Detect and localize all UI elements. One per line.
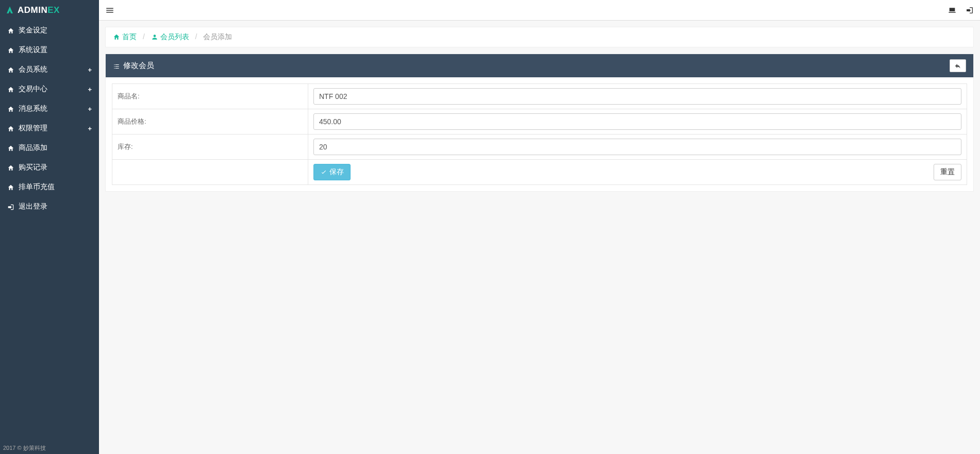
sidebar-item-label: 购买记录: [19, 163, 47, 172]
reply-icon: [954, 61, 961, 70]
sidebar-item-label: 消息系统: [19, 104, 47, 113]
home-icon: [7, 46, 14, 54]
panel-heading: 修改会员: [106, 54, 973, 77]
sidebar-item-trading-center[interactable]: 交易中心 +: [0, 79, 99, 99]
content-area: 首页 / 会员列表 / 会员添加 修改会员 商品名: 商品价格:: [99, 21, 980, 204]
breadcrumb-current: 会员添加: [203, 32, 232, 41]
expand-icon: +: [88, 86, 92, 93]
sidebar-item-label: 奖金设定: [19, 26, 47, 35]
topbar-actions: [948, 6, 974, 14]
form-row-stock: 库存:: [112, 134, 967, 160]
product-price-input[interactable]: [313, 113, 961, 130]
home-icon: [7, 65, 14, 74]
form-row-product-price: 商品价格:: [112, 109, 967, 134]
home-icon: [7, 163, 14, 172]
brand-logo-icon: [5, 6, 14, 15]
label-product-name: 商品名:: [112, 84, 308, 109]
sidebar-item-permission[interactable]: 权限管理 +: [0, 119, 99, 138]
brand-name-suffix: EX: [47, 5, 60, 15]
save-button-label: 保存: [329, 167, 344, 177]
panel-title: 修改会员: [123, 61, 154, 71]
sidebar-item-message-system[interactable]: 消息系统 +: [0, 99, 99, 119]
sidebar-item-label: 退出登录: [19, 202, 47, 204]
signout-icon: [7, 203, 14, 204]
topbar: [99, 0, 980, 21]
expand-icon: +: [88, 66, 92, 74]
sidebar-item-label: 权限管理: [19, 124, 47, 133]
breadcrumb-home-label: 首页: [122, 32, 137, 41]
sidebar-item-purchase-records[interactable]: 购买记录: [0, 158, 99, 177]
expand-icon: +: [88, 105, 92, 113]
laptop-icon[interactable]: [948, 6, 956, 14]
sidebar-nav: 奖金设定 系统设置 会员系统 + 交易中心 + 消息系统 + 权限管理 + 商品…: [0, 21, 99, 204]
sidebar-item-label: 会员系统: [19, 65, 47, 74]
sidebar-item-system-settings[interactable]: 系统设置: [0, 40, 99, 60]
sidebar-item-bonus[interactable]: 奖金设定: [0, 21, 99, 40]
signout-icon[interactable]: [966, 6, 974, 14]
home-icon: [7, 26, 14, 35]
stock-input[interactable]: [313, 139, 961, 155]
save-button[interactable]: 保存: [313, 164, 351, 180]
sidebar-item-label: 系统设置: [19, 45, 47, 55]
sidebar-item-label: 交易中心: [19, 85, 47, 94]
expand-icon: +: [88, 125, 92, 132]
reset-button[interactable]: 重置: [934, 164, 961, 180]
list-icon: [113, 61, 120, 70]
panel-edit-member: 修改会员 商品名: 商品价格: 库存:: [105, 54, 974, 192]
sidebar-item-label: 排单币充值: [19, 182, 55, 192]
breadcrumb-member-list[interactable]: 会员列表: [151, 32, 189, 41]
back-button[interactable]: [950, 59, 966, 72]
brand: ADMINEX: [0, 0, 99, 21]
home-icon: [7, 144, 14, 152]
form-row-product-name: 商品名:: [112, 84, 967, 109]
form-row-actions: 保存 重置: [112, 160, 967, 185]
check-icon: [320, 168, 327, 176]
brand-name-prefix: ADMIN: [18, 5, 47, 15]
menu-toggle-icon[interactable]: [105, 5, 114, 15]
sidebar-item-product-add[interactable]: 商品添加: [0, 138, 99, 158]
home-icon: [7, 105, 14, 113]
breadcrumb-sep: /: [191, 32, 202, 41]
breadcrumb-home[interactable]: 首页: [113, 32, 137, 41]
label-product-price: 商品价格:: [112, 109, 308, 134]
reset-button-label: 重置: [940, 167, 955, 177]
home-icon: [7, 124, 14, 132]
breadcrumb: 首页 / 会员列表 / 会员添加: [105, 27, 974, 47]
home-icon: [7, 183, 14, 191]
sidebar-item-member-system[interactable]: 会员系统 +: [0, 60, 99, 79]
action-label-cell: [112, 160, 308, 185]
form-table: 商品名: 商品价格: 库存: 保存 重置: [112, 83, 967, 185]
sidebar-item-label: 商品添加: [19, 143, 47, 153]
product-name-input[interactable]: [313, 88, 961, 105]
sidebar-item-logout[interactable]: 退出登录: [0, 197, 99, 204]
breadcrumb-sep: /: [139, 32, 149, 41]
breadcrumb-list-label: 会员列表: [160, 32, 189, 41]
home-icon: [113, 32, 120, 41]
user-icon: [151, 32, 158, 41]
sidebar-item-recharge[interactable]: 排单币充值: [0, 177, 99, 197]
label-stock: 库存:: [112, 134, 308, 160]
home-icon: [7, 85, 14, 93]
sidebar: ADMINEX 奖金设定 系统设置 会员系统 + 交易中心 + 消息系统 + 权…: [0, 0, 99, 204]
